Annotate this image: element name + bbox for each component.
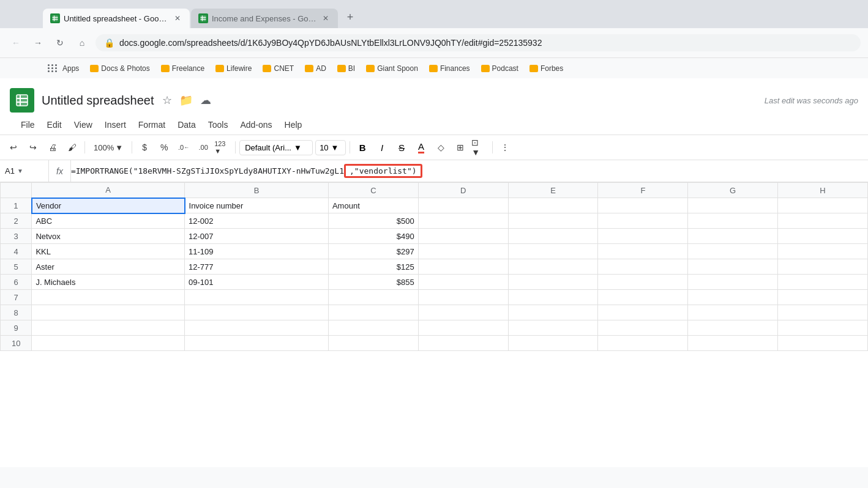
cell-f7[interactable] [598, 290, 688, 305]
cell-a10[interactable] [32, 336, 185, 351]
cell-e4[interactable] [508, 244, 598, 259]
row-header-1[interactable]: 1 [1, 198, 32, 213]
cell-e6[interactable] [508, 275, 598, 290]
cell-e10[interactable] [508, 336, 598, 351]
bookmark-freelance[interactable]: Freelance [156, 62, 209, 75]
format-123-button[interactable]: 123 ▼ [214, 139, 231, 156]
cell-c10[interactable] [328, 336, 418, 351]
back-button[interactable]: ← [7, 34, 24, 51]
tab-close-btn[interactable]: ✕ [173, 13, 182, 23]
tab-active[interactable]: Untitled spreadsheet - Google S ✕ [43, 9, 190, 28]
home-button[interactable]: ⌂ [73, 34, 91, 51]
cell-g7[interactable] [688, 290, 778, 305]
cell-h7[interactable] [778, 290, 868, 305]
menu-view[interactable]: View [68, 115, 99, 135]
tab-inactive[interactable]: Income and Expenses - Google S ✕ [191, 9, 338, 28]
forward-button[interactable]: → [29, 34, 47, 51]
cell-f2[interactable] [598, 213, 688, 229]
cell-d9[interactable] [418, 320, 508, 336]
cell-h2[interactable] [778, 213, 868, 229]
cell-c1[interactable]: Amount [328, 198, 418, 213]
col-header-c[interactable]: C [328, 183, 418, 198]
cell-h6[interactable] [778, 275, 868, 290]
cell-c3[interactable]: $490 [328, 229, 418, 244]
cell-h3[interactable] [778, 229, 868, 244]
col-header-a[interactable]: A [32, 183, 185, 198]
cell-a8[interactable] [32, 305, 185, 320]
row-header-2[interactable]: 2 [1, 213, 32, 229]
currency-button[interactable]: $ [136, 139, 153, 156]
menu-insert[interactable]: Insert [99, 115, 132, 135]
merge-cells-button[interactable]: ⊡ ▼ [471, 139, 488, 156]
paint-format-button[interactable]: 🖌 [64, 139, 81, 156]
font-selector[interactable]: Default (Ari... ▼ [239, 140, 313, 155]
decimal-decrease-button[interactable]: .0← [175, 139, 192, 156]
cell-d8[interactable] [418, 305, 508, 320]
cell-c7[interactable] [328, 290, 418, 305]
cell-g5[interactable] [688, 259, 778, 275]
text-color-button[interactable]: A [413, 139, 430, 156]
cell-b7[interactable] [185, 290, 329, 305]
cell-b3[interactable]: 12-007 [185, 229, 329, 244]
menu-edit[interactable]: Edit [41, 115, 68, 135]
percent-button[interactable]: % [155, 139, 173, 156]
cell-e7[interactable] [508, 290, 598, 305]
cell-d4[interactable] [418, 244, 508, 259]
strikethrough-button[interactable]: S [393, 139, 410, 156]
spreadsheet-container[interactable]: A B C D E F G H 1VendorInvoice numberAmo… [0, 182, 868, 467]
cell-f5[interactable] [598, 259, 688, 275]
cell-h10[interactable] [778, 336, 868, 351]
col-header-b[interactable]: B [185, 183, 329, 198]
cell-e1[interactable] [508, 198, 598, 213]
bookmark-forbes[interactable]: Forbes [525, 62, 568, 75]
cell-d6[interactable] [418, 275, 508, 290]
cell-h5[interactable] [778, 259, 868, 275]
cell-g3[interactable] [688, 229, 778, 244]
cell-f6[interactable] [598, 275, 688, 290]
bookmark-ad[interactable]: AD [300, 62, 331, 75]
redo-button[interactable]: ↪ [24, 139, 42, 156]
bookmark-cnet[interactable]: CNET [258, 62, 299, 75]
cell-g10[interactable] [688, 336, 778, 351]
cell-a5[interactable]: Aster [32, 259, 185, 275]
cell-b1[interactable]: Invoice number [185, 198, 329, 213]
tab-close-btn-2[interactable]: ✕ [321, 13, 331, 23]
font-size-selector[interactable]: 10 ▼ [315, 140, 346, 155]
cell-b8[interactable] [185, 305, 329, 320]
cell-f1[interactable] [598, 198, 688, 213]
cell-f4[interactable] [598, 244, 688, 259]
borders-button[interactable]: ⊞ [452, 139, 469, 156]
cell-c8[interactable] [328, 305, 418, 320]
cell-h1[interactable] [778, 198, 868, 213]
cell-b5[interactable]: 12-777 [185, 259, 329, 275]
cell-d1[interactable] [418, 198, 508, 213]
menu-format[interactable]: Format [132, 115, 171, 135]
row-header-10[interactable]: 10 [1, 336, 32, 351]
cell-e8[interactable] [508, 305, 598, 320]
bold-button[interactable]: B [354, 139, 371, 156]
address-bar[interactable]: 🔒 docs.google.com/spreadsheets/d/1K6Jy9B… [95, 34, 861, 51]
cell-b6[interactable]: 09-101 [185, 275, 329, 290]
cell-f9[interactable] [598, 320, 688, 336]
cell-g2[interactable] [688, 213, 778, 229]
cell-b4[interactable]: 11-109 [185, 244, 329, 259]
col-header-f[interactable]: F [598, 183, 688, 198]
spreadsheet-title[interactable]: Untitled spreadsheet [42, 94, 154, 108]
formula-bar-content[interactable]: =IMPORTRANGE("18eRVMH-SZgSTiJIOxSpYLdy8A… [71, 160, 868, 182]
cell-c4[interactable]: $297 [328, 244, 418, 259]
bookmark-giant-spoon[interactable]: Giant Spoon [361, 62, 423, 75]
cell-c9[interactable] [328, 320, 418, 336]
row-header-5[interactable]: 5 [1, 259, 32, 275]
cloud-icon[interactable]: ☁ [199, 92, 212, 108]
row-header-4[interactable]: 4 [1, 244, 32, 259]
bookmark-apps[interactable]: Apps [43, 62, 84, 75]
cell-a2[interactable]: ABC [32, 213, 185, 229]
cell-d5[interactable] [418, 259, 508, 275]
bookmark-docs-photos[interactable]: Docs & Photos [85, 62, 154, 75]
col-header-d[interactable]: D [418, 183, 508, 198]
cell-e5[interactable] [508, 259, 598, 275]
menu-data[interactable]: Data [171, 115, 202, 135]
cell-d3[interactable] [418, 229, 508, 244]
cell-d2[interactable] [418, 213, 508, 229]
menu-file[interactable]: File [15, 115, 41, 135]
